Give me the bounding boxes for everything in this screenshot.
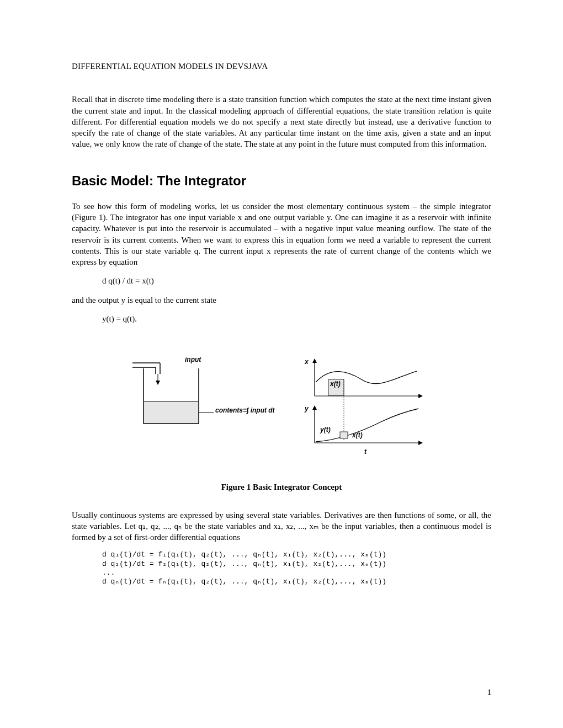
intro-paragraph: Recall that in discrete time modeling th…: [72, 94, 491, 149]
svg-marker-10: [312, 358, 317, 363]
svg-marker-12: [418, 394, 423, 398]
page-number: 1: [487, 687, 492, 698]
document-page: DIFFERENTIAL EQUATION MODELS IN DEVSJAVA…: [0, 0, 563, 728]
svg-rect-0: [144, 402, 198, 423]
axis-label-x: x: [304, 358, 309, 366]
document-title: DIFFERENTIAL EQUATION MODELS IN DEVSJAVA: [72, 61, 491, 72]
axis-label-t: t: [364, 448, 367, 456]
reservoir-diagram: input contents=∫ input dt: [132, 356, 275, 424]
label-xt-top: x(t): [330, 380, 341, 388]
equation-system-block: d q₁(t)/dt = f₁(q₁(t), q₂(t), ..., qₙ(t)…: [102, 550, 491, 586]
svg-marker-18: [418, 441, 423, 445]
svg-rect-19: [340, 432, 348, 438]
axis-label-y: y: [304, 405, 309, 413]
equation-dq-dt: d q(t) / dt = x(t): [102, 275, 491, 286]
usually-paragraph: Usually continuous systems are expressed…: [72, 510, 491, 543]
figure-1: input contents=∫ input dt x: [72, 352, 491, 493]
section-paragraph: To see how this form of modeling works, …: [72, 201, 491, 268]
svg-marker-16: [312, 405, 317, 410]
label-yt: y(t): [320, 426, 331, 433]
equation-y-q: y(t) = q(t).: [102, 313, 491, 324]
bridge-text: and the output y is equal to the current…: [72, 295, 491, 306]
label-input: input: [185, 356, 201, 363]
signal-plots: x x(t) y: [304, 358, 423, 456]
figure-svg: input contents=∫ input dt x: [121, 352, 442, 468]
label-contents: contents=∫ input dt: [215, 406, 275, 414]
figure-caption: Figure 1 Basic Integrator Concept: [72, 481, 491, 493]
section-heading: Basic Model: The Integrator: [72, 172, 491, 190]
label-xt-bottom: x(t): [352, 431, 363, 439]
svg-marker-7: [156, 381, 160, 385]
